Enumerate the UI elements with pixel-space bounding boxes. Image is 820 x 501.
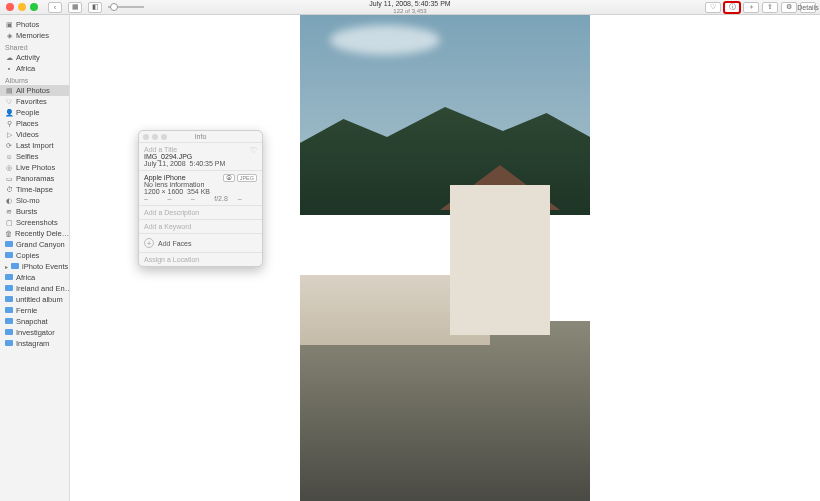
sidebar-item-label: Screenshots xyxy=(16,218,58,227)
sidebar-item-label: iPhoto Events xyxy=(22,262,68,271)
sidebar-item-iphoto-events[interactable]: ▸iPhoto Events xyxy=(0,261,69,272)
info-header: Info xyxy=(139,131,262,143)
sidebar-item-favorites[interactable]: ♡Favorites xyxy=(0,96,69,107)
sidebar-item-label: Places xyxy=(16,119,39,128)
people-icon: 👤 xyxy=(5,109,13,116)
popover-close[interactable] xyxy=(143,134,149,140)
add-faces-icon: + xyxy=(144,238,154,248)
add-description-field[interactable]: Add a Description xyxy=(144,209,257,216)
sidebar-item-label: Ireland and En… xyxy=(16,284,70,293)
add-keyword-field[interactable]: Add a Keyword xyxy=(144,223,257,230)
split-view-button[interactable]: ◧ xyxy=(88,2,102,13)
sidebar-item-label: Photos xyxy=(16,20,39,29)
sidebar-item-activity[interactable]: ☁Activity xyxy=(0,52,69,63)
sidebar-item-all-photos[interactable]: ▤All Photos xyxy=(0,85,69,96)
live-photos-icon: ◎ xyxy=(5,164,13,171)
bursts-icon: ≋ xyxy=(5,208,13,215)
sidebar-item-time-lapse[interactable]: ⏱Time-lapse xyxy=(0,184,69,195)
folder-icon xyxy=(5,329,13,336)
sidebar-item-live-photos[interactable]: ◎Live Photos xyxy=(0,162,69,173)
info-keyword-section: Add a Keyword xyxy=(139,220,262,234)
sidebar-item-investigator[interactable]: Investigator xyxy=(0,327,69,338)
minimize-window[interactable] xyxy=(18,3,26,11)
sidebar-item-label: People xyxy=(16,108,39,117)
sidebar-item-recently-dele-[interactable]: 🗑Recently Dele… xyxy=(0,228,69,239)
add-button[interactable]: ＋ xyxy=(743,2,759,13)
sidebar-item-slo-mo[interactable]: ◐Slo-mo xyxy=(0,195,69,206)
sidebar-item-grand-canyon[interactable]: Grand Canyon xyxy=(0,239,69,250)
sidebar-item-people[interactable]: 👤People xyxy=(0,107,69,118)
sidebar-item-memories[interactable]: ◈Memories xyxy=(0,30,69,41)
sidebar-item-label: All Photos xyxy=(16,86,50,95)
sidebar-item-label: Live Photos xyxy=(16,163,55,172)
sidebar-item-ireland-and-en-[interactable]: Ireland and En… xyxy=(0,283,69,294)
sidebar-item-last-import[interactable]: ⟳Last Import xyxy=(0,140,69,151)
sidebar-item-videos[interactable]: ▷Videos xyxy=(0,129,69,140)
sidebar-item-fernie[interactable]: Fernie xyxy=(0,305,69,316)
sidebar-item-label: Last Import xyxy=(16,141,54,150)
sidebar-item-photos[interactable]: ▣Photos xyxy=(0,19,69,30)
details-button[interactable]: Details xyxy=(800,2,816,13)
info-title-section: ♡ Add a Title IMG_0294.JPG July 11, 2008… xyxy=(139,143,262,171)
sidebar-item-africa[interactable]: Africa xyxy=(0,272,69,283)
sidebar-item-places[interactable]: ⚲Places xyxy=(0,118,69,129)
shared-album-icon: ▪ xyxy=(5,65,13,72)
screenshots-icon: ▢ xyxy=(5,219,13,226)
grid-view-button[interactable]: ▦ xyxy=(68,2,82,13)
adjust-button[interactable]: ⚙ xyxy=(781,2,797,13)
slomo-icon: ◐ xyxy=(5,197,13,204)
sidebar-item-bursts[interactable]: ≋Bursts xyxy=(0,206,69,217)
info-camera-section: ⦿ JPEG Apple iPhone No lens information … xyxy=(139,171,262,206)
window-controls xyxy=(6,3,38,11)
folder-icon xyxy=(5,285,13,292)
sidebar-item-label: Copies xyxy=(16,251,39,260)
folder-icon xyxy=(5,274,13,281)
favorite-icon[interactable]: ♡ xyxy=(250,146,257,155)
sidebar-item-label: Bursts xyxy=(16,207,37,216)
sidebar-item-label: Investigator xyxy=(16,328,55,337)
sidebar-item-label: Africa xyxy=(16,273,35,282)
folder-icon xyxy=(5,296,13,303)
info-title: Info xyxy=(195,133,207,140)
assign-location-field[interactable]: Assign a Location xyxy=(144,256,257,263)
info-exif-row: –––f/2.8– xyxy=(144,195,257,202)
sidebar-item-untitled-album[interactable]: untitled album xyxy=(0,294,69,305)
sidebar-item-snapchat[interactable]: Snapchat xyxy=(0,316,69,327)
sidebar-item-africa[interactable]: ▪Africa xyxy=(0,63,69,74)
info-location-section: Assign a Location xyxy=(139,253,262,266)
add-title-field[interactable]: Add a Title xyxy=(144,146,257,153)
sidebar-item-label: untitled album xyxy=(16,295,63,304)
info-popover: Info ♡ Add a Title IMG_0294.JPG July 11,… xyxy=(138,130,263,267)
zoom-slider[interactable] xyxy=(108,6,144,8)
add-faces-label: Add Faces xyxy=(158,240,191,247)
sidebar-item-label: Instagram xyxy=(16,339,49,348)
sidebar-item-label: Panoramas xyxy=(16,174,54,183)
sidebar-item-panoramas[interactable]: ▭Panoramas xyxy=(0,173,69,184)
sidebar-item-label: Time-lapse xyxy=(16,185,53,194)
share-button[interactable]: ⇪ xyxy=(762,2,778,13)
sidebar-item-label: Snapchat xyxy=(16,317,48,326)
info-button[interactable]: ⓘ xyxy=(724,2,740,13)
sidebar-item-copies[interactable]: Copies xyxy=(0,250,69,261)
info-filename: IMG_0294.JPG xyxy=(144,153,257,160)
sidebar-item-label: Recently Dele… xyxy=(15,229,69,238)
folder-icon xyxy=(5,241,13,248)
folder-icon xyxy=(5,307,13,314)
disclosure-triangle-icon[interactable]: ▸ xyxy=(5,263,8,270)
favorite-button[interactable]: ♡ xyxy=(705,2,721,13)
selfies-icon: ☺ xyxy=(5,153,13,160)
back-button[interactable]: ‹ xyxy=(48,2,62,13)
sidebar-item-label: Favorites xyxy=(16,97,47,106)
info-faces-section[interactable]: + Add Faces xyxy=(139,234,262,253)
sidebar-item-label: Fernie xyxy=(16,306,37,315)
info-datetime: July 11, 2008 5:40:35 PM xyxy=(144,160,257,167)
sidebar-item-screenshots[interactable]: ▢Screenshots xyxy=(0,217,69,228)
sidebar-item-selfies[interactable]: ☺Selfies xyxy=(0,151,69,162)
sidebar-item-instagram[interactable]: Instagram xyxy=(0,338,69,349)
fullscreen-window[interactable] xyxy=(30,3,38,11)
info-description-section: Add a Description xyxy=(139,206,262,220)
timelapse-icon: ⏱ xyxy=(5,186,13,193)
toolbar-title: July 11, 2008, 5:40:35 PM 122 of 3,453 xyxy=(369,0,450,14)
close-window[interactable] xyxy=(6,3,14,11)
photo-image[interactable] xyxy=(300,15,590,501)
